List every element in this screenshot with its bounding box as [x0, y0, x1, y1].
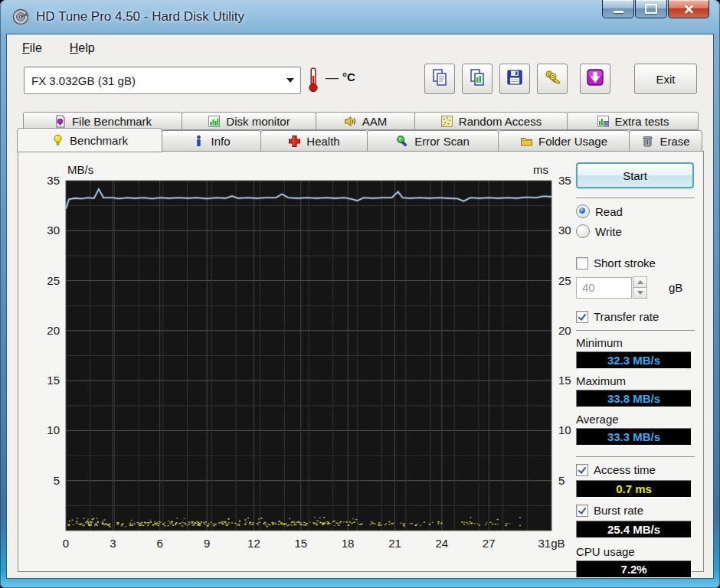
maximum-label: Maximum	[576, 374, 695, 387]
burst-rate-row[interactable]: Burst rate	[576, 504, 695, 517]
screen: HD Tune Pro 4.50 - Hard Disk Utility Fil…	[0, 0, 720, 588]
disk-monitor-icon	[208, 115, 221, 128]
minimize-button[interactable]	[602, 0, 634, 18]
tab-folder-usage[interactable]: Folder Usage	[498, 130, 630, 152]
exit-button[interactable]: Exit	[634, 64, 697, 94]
menu-bar: File Help	[7, 34, 713, 60]
svg-text:MB/s: MB/s	[67, 163, 93, 176]
tab-label: Benchmark	[70, 134, 128, 147]
menu-file[interactable]: File	[22, 41, 42, 55]
svg-text:18: 18	[342, 537, 355, 550]
tab-label: Disk monitor	[226, 115, 290, 128]
tab-label: AAM	[362, 115, 388, 128]
short-stroke-stepper	[633, 276, 647, 299]
short-stroke-checkbox[interactable]	[576, 257, 588, 270]
tab-erase[interactable]: Erase	[629, 130, 702, 152]
write-label: Write	[595, 225, 622, 238]
svg-text:24: 24	[435, 537, 448, 550]
keys-button[interactable]	[537, 64, 568, 94]
close-icon	[683, 4, 694, 15]
random-access-icon	[440, 115, 453, 128]
stepper-down-button[interactable]	[633, 287, 647, 299]
short-stroke-size-input[interactable]: 40	[576, 277, 632, 299]
svg-text:20: 20	[47, 324, 60, 337]
burst-rate-checkbox[interactable]	[576, 505, 588, 517]
average-label: Average	[576, 413, 695, 426]
title-bar: HD Tune Pro 4.50 - Hard Disk Utility	[0, 0, 720, 34]
average-value: 33.3 MB/s	[576, 428, 692, 446]
separator	[576, 330, 695, 331]
svg-text:12: 12	[247, 537, 260, 550]
tab-extra-tests[interactable]: Extra tests	[567, 112, 699, 130]
update-arrow-button[interactable]	[580, 64, 610, 94]
copy-text-button[interactable]	[424, 64, 455, 94]
speaker-icon	[344, 115, 357, 128]
maximum-value: 33.8 MB/s	[576, 390, 692, 407]
write-radio-row[interactable]: Write	[576, 224, 695, 238]
save-icon	[506, 68, 524, 90]
tab-benchmark[interactable]: Benchmark	[17, 128, 162, 152]
benchmark-chart: 3530252015105353025201510503691215182124…	[31, 158, 576, 568]
close-button[interactable]	[668, 0, 709, 18]
tab-random-access[interactable]: Random Access	[414, 112, 568, 130]
file-benchmark-icon	[54, 115, 67, 128]
svg-text:21: 21	[388, 537, 401, 550]
tab-label: Error Scan	[414, 135, 470, 148]
hard-disk-icon	[12, 8, 29, 25]
toolbar-buttons	[424, 64, 610, 94]
access-time-row[interactable]: Access time	[576, 463, 695, 476]
transfer-rate-row[interactable]: Transfer rate	[576, 310, 695, 323]
svg-text:3: 3	[110, 537, 116, 550]
copy-image-icon	[468, 68, 486, 90]
maximize-button[interactable]	[635, 0, 667, 18]
tab-health[interactable]: Health	[260, 130, 368, 152]
svg-text:ms: ms	[533, 163, 548, 176]
tab-aam[interactable]: AAM	[316, 112, 415, 130]
burst-rate-label: Burst rate	[594, 504, 643, 517]
transfer-rate-chart: 3530252015105353025201510503691215182124…	[31, 158, 576, 565]
copy-image-button[interactable]	[462, 64, 493, 94]
short-stroke-size-row: 40 gB	[576, 276, 695, 299]
write-radio[interactable]	[576, 224, 590, 238]
transfer-rate-checkbox[interactable]	[576, 311, 588, 323]
svg-text:30: 30	[558, 224, 571, 237]
drive-selector-dropdown[interactable]: FX 3.032GB (31 gB)	[24, 67, 301, 94]
up-arrow-icon	[637, 280, 643, 284]
tab-label: Info	[211, 135, 230, 148]
short-stroke-row[interactable]: Short stroke	[576, 256, 695, 270]
svg-text:20: 20	[558, 324, 571, 337]
access-time-checkbox[interactable]	[576, 464, 588, 476]
access-time-value: 0.7 ms	[576, 480, 692, 498]
separator	[576, 456, 695, 457]
svg-text:27: 27	[483, 537, 496, 550]
window-title: HD Tune Pro 4.50 - Hard Disk Utility	[36, 9, 244, 24]
read-radio[interactable]	[576, 204, 590, 218]
svg-text:9: 9	[204, 537, 210, 550]
tab-row-primary: BenchmarkInfoHealthError ScanFolder Usag…	[18, 130, 702, 152]
svg-text:25: 25	[47, 274, 60, 287]
svg-text:10: 10	[558, 423, 571, 436]
health-icon	[288, 135, 301, 148]
folder-icon	[520, 135, 533, 148]
read-radio-row[interactable]: Read	[576, 204, 695, 218]
burst-rate-value: 25.4 MB/s	[576, 521, 692, 538]
tab-info[interactable]: Info	[162, 130, 261, 152]
temperature-unit: °C	[342, 70, 355, 83]
tab-label: File Benchmark	[72, 115, 152, 128]
save-button[interactable]	[499, 64, 530, 94]
client-area: File Help FX 3.032GB (31 gB) — °C	[6, 34, 714, 579]
start-button[interactable]: Start	[576, 162, 694, 188]
transfer-rate-label: Transfer rate	[594, 310, 659, 323]
thermometer-icon	[307, 67, 319, 93]
info-icon	[192, 135, 205, 148]
access-time-label: Access time	[594, 463, 656, 476]
stepper-up-button[interactable]	[633, 276, 647, 288]
short-stroke-unit: gB	[669, 281, 682, 294]
toolbar: FX 3.032GB (31 gB) — °C Exit	[7, 64, 713, 99]
tab-disk-monitor[interactable]: Disk monitor	[182, 112, 316, 130]
tab-error-scan[interactable]: Error Scan	[367, 130, 499, 152]
benchmark-controls: Start Read Write Short stroke	[576, 159, 695, 578]
svg-text:5: 5	[558, 474, 565, 487]
menu-help[interactable]: Help	[70, 41, 95, 55]
trash-icon	[641, 135, 654, 148]
